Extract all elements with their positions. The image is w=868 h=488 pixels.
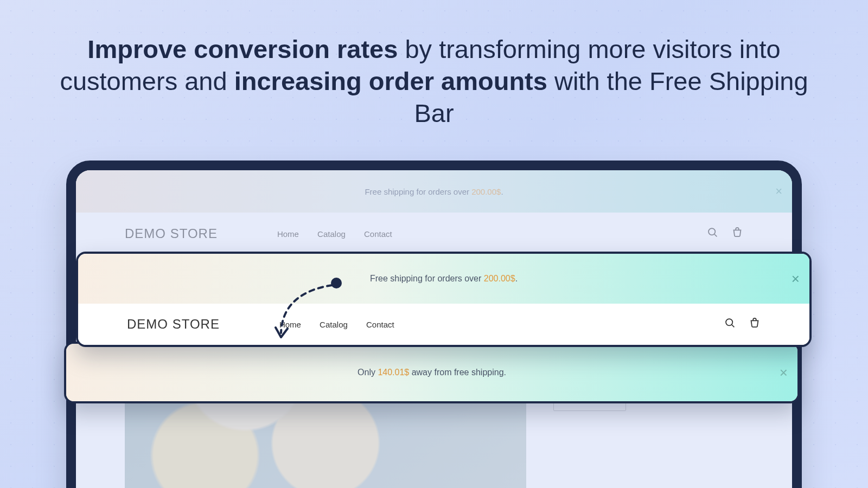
popout-initial: Free shipping for orders over 200.00$. ×… bbox=[76, 252, 812, 347]
shipping-bar-initial: Free shipping for orders over 200.00$. × bbox=[78, 254, 809, 304]
store-nav-fg: DEMO STORE Home Catalog Contact bbox=[78, 304, 809, 345]
shipping-bar-bg-suffix: . bbox=[501, 187, 503, 196]
cart-icon[interactable] bbox=[749, 317, 761, 332]
shipping-bar-bg-amount: 200.00$ bbox=[471, 187, 501, 196]
close-icon[interactable]: × bbox=[775, 184, 782, 198]
shipping-bar-progress-suffix: away from free shipping. bbox=[409, 368, 506, 377]
svg-point-2 bbox=[726, 319, 732, 325]
nav-catalog[interactable]: Catalog bbox=[320, 320, 348, 329]
shipping-bar-progress-prefix: Only bbox=[358, 368, 378, 377]
shipping-bar-progress-amount: 140.01$ bbox=[378, 368, 409, 377]
store-brand: DEMO STORE bbox=[125, 226, 218, 241]
close-icon[interactable]: × bbox=[780, 364, 788, 381]
headline-bold-2: increasing order amounts bbox=[234, 67, 547, 95]
shipping-bar-initial-suffix: . bbox=[515, 274, 518, 283]
shipping-bar-initial-prefix: Free shipping for orders over bbox=[370, 274, 484, 283]
nav-catalog[interactable]: Catalog bbox=[317, 229, 346, 239]
svg-point-0 bbox=[709, 228, 715, 235]
marketing-headline: Improve conversion rates by transforming… bbox=[0, 34, 868, 129]
shipping-bar-bg-prefix: Free shipping for orders over bbox=[365, 187, 471, 196]
close-icon[interactable]: × bbox=[792, 271, 800, 287]
headline-bold-1: Improve conversion rates bbox=[87, 35, 398, 63]
shipping-bar-initial-amount: 200.00$ bbox=[484, 274, 515, 283]
store-brand: DEMO STORE bbox=[127, 317, 220, 332]
svg-line-1 bbox=[714, 234, 717, 236]
svg-line-3 bbox=[732, 325, 734, 327]
nav-home[interactable]: Home bbox=[277, 229, 299, 239]
search-icon[interactable] bbox=[707, 227, 718, 241]
nav-contact[interactable]: Contact bbox=[364, 229, 392, 239]
shipping-bar-progress: Only 140.01$ away from free shipping. × bbox=[66, 344, 797, 401]
cart-icon[interactable] bbox=[731, 227, 743, 241]
nav-home[interactable]: Home bbox=[279, 320, 301, 329]
nav-contact[interactable]: Contact bbox=[366, 320, 394, 329]
shipping-bar-bg: Free shipping for orders over 200.00$. × bbox=[76, 170, 792, 213]
popout-progress: Only 140.01$ away from free shipping. × bbox=[64, 342, 800, 403]
store-nav-bg: DEMO STORE Home Catalog Contact bbox=[76, 213, 792, 255]
search-icon[interactable] bbox=[724, 317, 736, 331]
